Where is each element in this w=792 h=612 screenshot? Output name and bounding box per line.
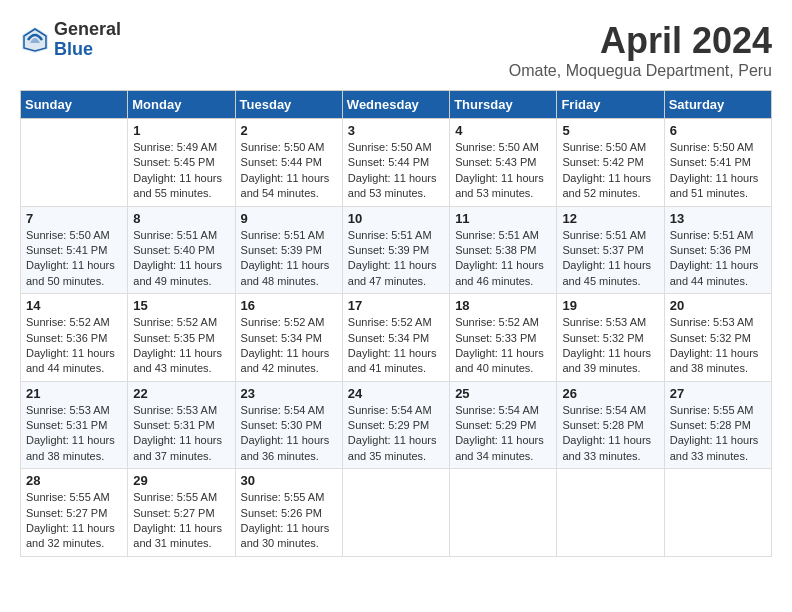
day-info: Sunrise: 5:50 AM Sunset: 5:44 PM Dayligh…	[241, 140, 337, 202]
day-info: Sunrise: 5:52 AM Sunset: 5:34 PM Dayligh…	[348, 315, 444, 377]
calendar-cell: 12Sunrise: 5:51 AM Sunset: 5:37 PM Dayli…	[557, 206, 664, 294]
logo: General Blue	[20, 20, 121, 60]
calendar-header: SundayMondayTuesdayWednesdayThursdayFrid…	[21, 91, 772, 119]
calendar-cell: 2Sunrise: 5:50 AM Sunset: 5:44 PM Daylig…	[235, 119, 342, 207]
day-info: Sunrise: 5:55 AM Sunset: 5:27 PM Dayligh…	[26, 490, 122, 552]
day-number: 19	[562, 298, 658, 313]
day-number: 29	[133, 473, 229, 488]
day-info: Sunrise: 5:50 AM Sunset: 5:42 PM Dayligh…	[562, 140, 658, 202]
calendar-cell: 25Sunrise: 5:54 AM Sunset: 5:29 PM Dayli…	[450, 381, 557, 469]
day-number: 12	[562, 211, 658, 226]
day-info: Sunrise: 5:53 AM Sunset: 5:31 PM Dayligh…	[26, 403, 122, 465]
header-day-sunday: Sunday	[21, 91, 128, 119]
calendar-cell: 28Sunrise: 5:55 AM Sunset: 5:27 PM Dayli…	[21, 469, 128, 557]
day-info: Sunrise: 5:52 AM Sunset: 5:36 PM Dayligh…	[26, 315, 122, 377]
day-info: Sunrise: 5:50 AM Sunset: 5:44 PM Dayligh…	[348, 140, 444, 202]
calendar-cell: 16Sunrise: 5:52 AM Sunset: 5:34 PM Dayli…	[235, 294, 342, 382]
day-info: Sunrise: 5:50 AM Sunset: 5:41 PM Dayligh…	[26, 228, 122, 290]
calendar-cell: 22Sunrise: 5:53 AM Sunset: 5:31 PM Dayli…	[128, 381, 235, 469]
header-day-monday: Monday	[128, 91, 235, 119]
calendar-cell: 26Sunrise: 5:54 AM Sunset: 5:28 PM Dayli…	[557, 381, 664, 469]
day-info: Sunrise: 5:52 AM Sunset: 5:34 PM Dayligh…	[241, 315, 337, 377]
logo-icon	[20, 25, 50, 55]
day-number: 21	[26, 386, 122, 401]
calendar-cell: 1Sunrise: 5:49 AM Sunset: 5:45 PM Daylig…	[128, 119, 235, 207]
day-info: Sunrise: 5:51 AM Sunset: 5:39 PM Dayligh…	[241, 228, 337, 290]
calendar-cell	[21, 119, 128, 207]
calendar-cell: 4Sunrise: 5:50 AM Sunset: 5:43 PM Daylig…	[450, 119, 557, 207]
header-day-friday: Friday	[557, 91, 664, 119]
day-info: Sunrise: 5:54 AM Sunset: 5:29 PM Dayligh…	[455, 403, 551, 465]
day-number: 25	[455, 386, 551, 401]
calendar-cell: 30Sunrise: 5:55 AM Sunset: 5:26 PM Dayli…	[235, 469, 342, 557]
day-number: 28	[26, 473, 122, 488]
header-row: SundayMondayTuesdayWednesdayThursdayFrid…	[21, 91, 772, 119]
calendar-cell	[664, 469, 771, 557]
week-row-2: 7Sunrise: 5:50 AM Sunset: 5:41 PM Daylig…	[21, 206, 772, 294]
calendar-cell: 3Sunrise: 5:50 AM Sunset: 5:44 PM Daylig…	[342, 119, 449, 207]
calendar-cell: 19Sunrise: 5:53 AM Sunset: 5:32 PM Dayli…	[557, 294, 664, 382]
calendar-cell	[450, 469, 557, 557]
calendar-cell	[342, 469, 449, 557]
day-info: Sunrise: 5:51 AM Sunset: 5:37 PM Dayligh…	[562, 228, 658, 290]
day-number: 2	[241, 123, 337, 138]
page-header: General Blue April 2024 Omate, Moquegua …	[20, 20, 772, 80]
week-row-1: 1Sunrise: 5:49 AM Sunset: 5:45 PM Daylig…	[21, 119, 772, 207]
calendar-cell: 24Sunrise: 5:54 AM Sunset: 5:29 PM Dayli…	[342, 381, 449, 469]
day-number: 3	[348, 123, 444, 138]
day-number: 16	[241, 298, 337, 313]
title-block: April 2024 Omate, Moquegua Department, P…	[509, 20, 772, 80]
calendar-body: 1Sunrise: 5:49 AM Sunset: 5:45 PM Daylig…	[21, 119, 772, 557]
header-day-thursday: Thursday	[450, 91, 557, 119]
day-number: 9	[241, 211, 337, 226]
day-number: 14	[26, 298, 122, 313]
day-number: 4	[455, 123, 551, 138]
header-day-saturday: Saturday	[664, 91, 771, 119]
calendar-cell: 7Sunrise: 5:50 AM Sunset: 5:41 PM Daylig…	[21, 206, 128, 294]
calendar-cell: 23Sunrise: 5:54 AM Sunset: 5:30 PM Dayli…	[235, 381, 342, 469]
calendar-cell	[557, 469, 664, 557]
calendar-cell: 27Sunrise: 5:55 AM Sunset: 5:28 PM Dayli…	[664, 381, 771, 469]
calendar-cell: 9Sunrise: 5:51 AM Sunset: 5:39 PM Daylig…	[235, 206, 342, 294]
day-info: Sunrise: 5:52 AM Sunset: 5:33 PM Dayligh…	[455, 315, 551, 377]
day-number: 15	[133, 298, 229, 313]
day-info: Sunrise: 5:55 AM Sunset: 5:27 PM Dayligh…	[133, 490, 229, 552]
day-info: Sunrise: 5:51 AM Sunset: 5:36 PM Dayligh…	[670, 228, 766, 290]
day-number: 10	[348, 211, 444, 226]
day-info: Sunrise: 5:49 AM Sunset: 5:45 PM Dayligh…	[133, 140, 229, 202]
day-info: Sunrise: 5:53 AM Sunset: 5:32 PM Dayligh…	[562, 315, 658, 377]
location-subtitle: Omate, Moquegua Department, Peru	[509, 62, 772, 80]
calendar-cell: 15Sunrise: 5:52 AM Sunset: 5:35 PM Dayli…	[128, 294, 235, 382]
calendar-cell: 8Sunrise: 5:51 AM Sunset: 5:40 PM Daylig…	[128, 206, 235, 294]
day-info: Sunrise: 5:51 AM Sunset: 5:38 PM Dayligh…	[455, 228, 551, 290]
day-number: 13	[670, 211, 766, 226]
month-title: April 2024	[509, 20, 772, 62]
day-info: Sunrise: 5:51 AM Sunset: 5:39 PM Dayligh…	[348, 228, 444, 290]
calendar-cell: 10Sunrise: 5:51 AM Sunset: 5:39 PM Dayli…	[342, 206, 449, 294]
day-number: 6	[670, 123, 766, 138]
day-number: 30	[241, 473, 337, 488]
day-number: 20	[670, 298, 766, 313]
day-number: 23	[241, 386, 337, 401]
calendar-cell: 14Sunrise: 5:52 AM Sunset: 5:36 PM Dayli…	[21, 294, 128, 382]
day-info: Sunrise: 5:53 AM Sunset: 5:31 PM Dayligh…	[133, 403, 229, 465]
day-info: Sunrise: 5:55 AM Sunset: 5:28 PM Dayligh…	[670, 403, 766, 465]
day-info: Sunrise: 5:52 AM Sunset: 5:35 PM Dayligh…	[133, 315, 229, 377]
day-info: Sunrise: 5:50 AM Sunset: 5:43 PM Dayligh…	[455, 140, 551, 202]
day-number: 1	[133, 123, 229, 138]
day-info: Sunrise: 5:54 AM Sunset: 5:30 PM Dayligh…	[241, 403, 337, 465]
day-number: 11	[455, 211, 551, 226]
day-info: Sunrise: 5:54 AM Sunset: 5:29 PM Dayligh…	[348, 403, 444, 465]
week-row-4: 21Sunrise: 5:53 AM Sunset: 5:31 PM Dayli…	[21, 381, 772, 469]
day-number: 5	[562, 123, 658, 138]
day-number: 17	[348, 298, 444, 313]
day-number: 7	[26, 211, 122, 226]
header-day-wednesday: Wednesday	[342, 91, 449, 119]
day-number: 27	[670, 386, 766, 401]
calendar-table: SundayMondayTuesdayWednesdayThursdayFrid…	[20, 90, 772, 557]
logo-text: General Blue	[54, 20, 121, 60]
calendar-cell: 20Sunrise: 5:53 AM Sunset: 5:32 PM Dayli…	[664, 294, 771, 382]
day-info: Sunrise: 5:51 AM Sunset: 5:40 PM Dayligh…	[133, 228, 229, 290]
calendar-cell: 21Sunrise: 5:53 AM Sunset: 5:31 PM Dayli…	[21, 381, 128, 469]
calendar-cell: 5Sunrise: 5:50 AM Sunset: 5:42 PM Daylig…	[557, 119, 664, 207]
